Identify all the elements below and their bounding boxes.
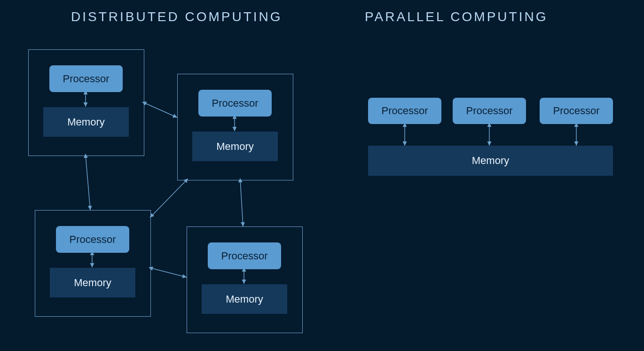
distributed-node: Processor Memory (28, 49, 144, 156)
svg-line-2 (150, 179, 187, 218)
distributed-node: Processor Memory (187, 226, 303, 333)
distributed-node: Processor Memory (35, 210, 151, 317)
shared-memory-box: Memory (368, 146, 613, 176)
svg-line-1 (86, 155, 90, 210)
processor-box: Processor (368, 98, 441, 124)
svg-line-4 (150, 268, 187, 277)
processor-box: Processor (453, 98, 526, 124)
processor-box: Processor (208, 242, 281, 269)
svg-line-0 (143, 102, 177, 117)
processor-box: Processor (198, 90, 272, 117)
parallel-title: PARALLEL COMPUTING (365, 9, 548, 24)
processor-box: Processor (49, 65, 123, 92)
memory-box: Memory (192, 132, 278, 161)
memory-box: Memory (43, 107, 129, 137)
distributed-title: DISTRIBUTED COMPUTING (71, 9, 283, 24)
processor-box: Processor (540, 98, 613, 124)
svg-line-3 (240, 179, 243, 226)
memory-box: Memory (202, 284, 287, 314)
distributed-node: Processor Memory (177, 74, 293, 180)
memory-box: Memory (50, 268, 135, 297)
processor-box: Processor (56, 226, 129, 253)
